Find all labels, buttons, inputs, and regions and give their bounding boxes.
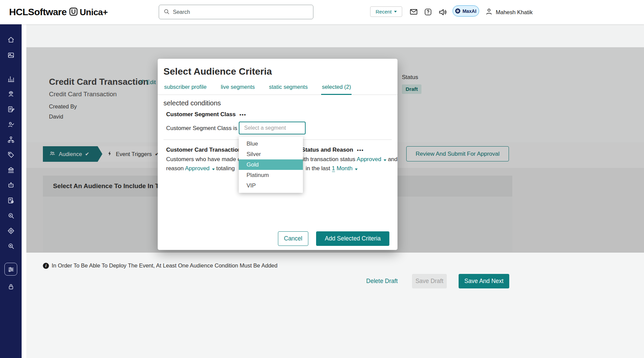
segment-select-input[interactable]: [239, 122, 306, 134]
condition1-label: Customer Segment Class is: [166, 125, 237, 132]
chevron-down-icon: [212, 169, 215, 170]
count-field[interactable]: 1: [332, 165, 335, 172]
dropdown-option-vip[interactable]: VIP: [239, 180, 303, 191]
dropdown-option-platinum[interactable]: Platinum: [239, 170, 303, 180]
tab-selected[interactable]: selected (2): [321, 82, 352, 95]
top-header: HCLSoftware Unica+ Recent: [0, 0, 644, 24]
more-menu-icon[interactable]: •••: [239, 112, 246, 118]
sidebar-item-audit-search[interactable]: [4, 209, 17, 222]
dropdown-option-gold[interactable]: Gold: [239, 159, 303, 170]
modal-title: Select Audience Criteria: [163, 66, 272, 77]
add-selected-criteria-button[interactable]: Add Selected Criteria: [316, 231, 389, 246]
maxai-label: MaxAI: [462, 8, 476, 14]
selected-conditions-heading: selected conditions: [163, 99, 221, 107]
sidebar-item-institution[interactable]: [4, 163, 17, 176]
cancel-button[interactable]: Cancel: [278, 231, 308, 246]
more-menu-icon[interactable]: •••: [357, 147, 364, 153]
sidebar-item-content-edit[interactable]: [4, 103, 17, 116]
condition2-text-3: reason: [166, 165, 184, 172]
announcement-icon[interactable]: [437, 7, 447, 17]
chevron-down-icon: [355, 169, 358, 170]
recent-label: Recent: [376, 9, 392, 15]
dropdown-option-silver[interactable]: Silver: [239, 149, 303, 159]
tab-live-segments[interactable]: live segments: [220, 82, 256, 95]
dropdown-option-blue[interactable]: Blue: [239, 138, 303, 149]
condition2-line2-left: reason Approved totaling: [166, 165, 235, 172]
sidebar-item-discover-search[interactable]: [4, 239, 17, 252]
condition2-text-5: in the last: [306, 165, 330, 172]
sidebar-item-org-hierarchy[interactable]: [4, 133, 17, 146]
unica-logo-label: Unica+: [80, 7, 108, 18]
sidebar-item-assistant-bot[interactable]: [4, 179, 17, 191]
sidebar-item-home[interactable]: [4, 33, 17, 46]
select-audience-criteria-modal: Select Audience Criteria subscriber prof…: [158, 59, 397, 250]
global-search[interactable]: [159, 5, 313, 19]
unica-logo-icon: [69, 7, 78, 18]
sidebar-item-user-approval[interactable]: [4, 118, 17, 131]
sidebar-item-campaigns[interactable]: [4, 49, 17, 61]
modal-tabs: subscriber profile live segments static …: [158, 82, 397, 95]
app-root: HCLSoftware Unica+ Recent: [0, 0, 644, 358]
tab-static-segments[interactable]: static segments: [268, 82, 309, 95]
save-and-next-button[interactable]: Save And Next: [459, 274, 509, 288]
maxai-button[interactable]: MaxAI: [453, 5, 479, 17]
help-icon[interactable]: [423, 7, 433, 17]
condition1-title: Customer Segment Class: [166, 111, 236, 118]
reason-dropdown[interactable]: Approved: [185, 165, 215, 172]
sidebar-item-goals-target[interactable]: [4, 224, 17, 237]
condition2-text-4: totaling: [216, 165, 235, 172]
maxai-icon: [455, 8, 460, 14]
sidebar-item-analytics[interactable]: [4, 72, 17, 85]
sidebar-item-settings-sliders[interactable]: [4, 263, 17, 276]
user-icon: [485, 7, 493, 17]
unica-logo: Unica+: [69, 0, 108, 24]
condition2-text-2: and: [388, 156, 397, 162]
sidebar-item-audience-profile[interactable]: [4, 87, 17, 100]
sidebar-divider: [22, 24, 26, 358]
sidebar-item-offers-tag[interactable]: [4, 148, 17, 161]
sidebar-item-privacy-lock[interactable]: [4, 280, 17, 293]
search-input[interactable]: [173, 9, 309, 15]
segment-dropdown-list: Blue Silver Gold Platinum VIP: [239, 136, 303, 193]
info-note-text: In Order To Be Able To Deploy The Event,…: [52, 262, 278, 269]
delete-draft-button[interactable]: Delete Draft: [361, 274, 403, 288]
recent-dropdown-button[interactable]: Recent: [370, 6, 402, 17]
info-icon: i: [43, 263, 49, 269]
chevron-down-icon: [394, 11, 397, 12]
sidebar-item-document-settings[interactable]: [4, 194, 17, 207]
condition1-title-row: Customer Segment Class •••: [166, 111, 246, 118]
user-menu[interactable]: Mahesh Khatik: [485, 0, 533, 24]
mail-icon[interactable]: [409, 7, 419, 17]
content-top-strip: [25, 24, 644, 47]
user-name: Mahesh Khatik: [496, 9, 533, 16]
status-dropdown[interactable]: Approved: [357, 156, 386, 162]
chevron-down-icon: [384, 159, 386, 161]
tab-subscriber-profile[interactable]: subscriber profile: [163, 82, 207, 95]
period-dropdown[interactable]: Month: [337, 165, 358, 172]
hcl-logo: HCLSoftware: [9, 0, 67, 24]
left-sidebar: [0, 24, 22, 358]
save-draft-button[interactable]: Save Draft: [412, 274, 447, 288]
condition2-line2-right: in the last 1 Month: [306, 165, 358, 172]
info-note: i In Order To Be Able To Deploy The Even…: [43, 262, 278, 269]
search-icon: [163, 8, 170, 16]
